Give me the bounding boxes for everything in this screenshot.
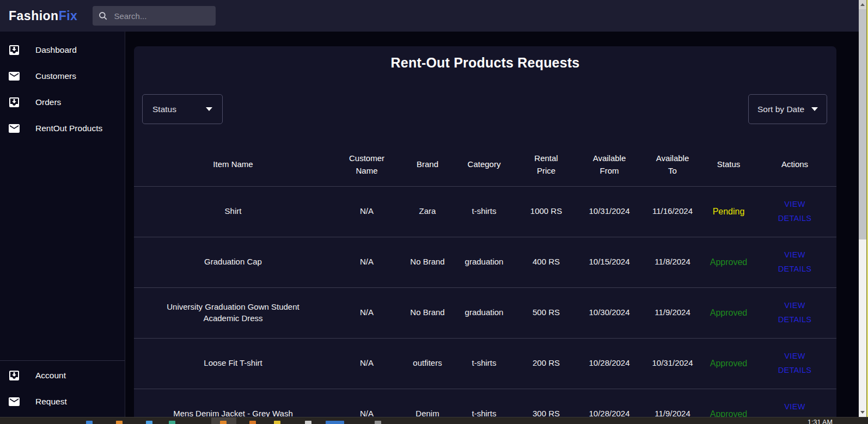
customer-name-cell: N/A — [332, 338, 401, 389]
view-details-button[interactable]: VIEW DETAILS — [770, 298, 820, 327]
search-box[interactable] — [93, 6, 216, 26]
sort-by-date-label: Sort by Date — [757, 105, 804, 114]
inbox-icon — [8, 369, 21, 382]
sidebar-item-orders[interactable]: Orders — [0, 89, 125, 115]
mail-icon — [8, 70, 21, 83]
taskbar-app-icon[interactable] — [305, 421, 311, 424]
sidebar-item-customers[interactable]: Customers — [0, 63, 125, 89]
scrollbar-down-button[interactable] — [859, 408, 866, 417]
column-header-customer-name: Customer Name — [332, 143, 401, 186]
item-name-cell: Graduation Cap — [134, 237, 332, 287]
status-filter-select[interactable]: Status — [142, 94, 223, 124]
sidebar-item-label: Customers — [35, 71, 76, 81]
content-card: Rent-Out Products Requests Status Sort b… — [134, 46, 836, 424]
available-to-cell: 10/31/2024 — [641, 338, 704, 389]
sidebar-item-rentout-products[interactable]: RentOut Products — [0, 115, 125, 141]
view-details-button[interactable]: VIEW DETAILS — [770, 349, 820, 378]
actions-cell: VIEW DETAILS — [753, 237, 836, 287]
scrollbar-up-button[interactable] — [859, 0, 866, 9]
sidebar-item-label: Account — [35, 371, 66, 380]
filters-row: Status Sort by Date — [134, 71, 836, 143]
column-header-item-name: Item Name — [134, 143, 332, 186]
search-input[interactable] — [113, 11, 223, 21]
mail-icon — [8, 395, 21, 408]
brand-logo: FashionFix — [9, 9, 77, 23]
table-row: Loose Fit T-shirt N/A outfiters t-shirts… — [134, 338, 836, 389]
table-header-row: Item Name Customer Name Brand Category R… — [134, 143, 836, 186]
rental-price-cell: 200 RS — [515, 338, 578, 389]
column-header-category: Category — [454, 143, 515, 186]
taskbar-app-icon[interactable] — [86, 421, 93, 424]
screen: FashionFix Dashboard Customers Orders Re… — [0, 0, 868, 424]
scrollbar-thumb[interactable] — [859, 9, 866, 239]
customer-name-cell: N/A — [332, 237, 401, 287]
taskbar-app-icon[interactable] — [116, 421, 123, 424]
item-name-cell: Shirt — [134, 186, 332, 237]
brand-cell: outfiters — [401, 338, 454, 389]
sidebar-item-label: Dashboard — [35, 45, 77, 55]
taskbar-app-icon[interactable] — [274, 421, 280, 424]
rental-price-cell: 1000 RS — [515, 186, 578, 237]
taskbar-app-icon[interactable] — [220, 421, 227, 424]
taskbar-app-icon[interactable] — [146, 421, 152, 424]
status-badge: Approved — [710, 257, 748, 267]
item-name-cell: University Graduation Gown Student Acade… — [134, 287, 332, 338]
view-details-button[interactable]: VIEW DETAILS — [770, 197, 820, 226]
available-from-cell: 10/30/2024 — [578, 287, 641, 338]
taskbar-app-icon[interactable] — [249, 421, 256, 424]
table-row: University Graduation Gown Student Acade… — [134, 287, 836, 338]
category-cell: graduation — [454, 287, 515, 338]
status-badge: Approved — [710, 308, 748, 317]
actions-cell: VIEW DETAILS — [753, 287, 836, 338]
status-filter-label: Status — [152, 105, 176, 114]
status-cell: Approved — [704, 338, 753, 389]
sort-by-date-select[interactable]: Sort by Date — [748, 94, 827, 124]
status-cell: Pending — [704, 186, 753, 237]
taskbar-app-icon[interactable] — [169, 421, 175, 424]
chevron-down-icon — [811, 107, 818, 111]
taskbar[interactable]: 1:31 AM — [0, 417, 868, 424]
category-cell: graduation — [454, 237, 515, 287]
view-details-button[interactable]: VIEW DETAILS — [770, 248, 820, 276]
rental-price-cell: 500 RS — [515, 287, 578, 338]
sidebar-item-label: Request — [35, 397, 67, 407]
available-to-cell: 11/9/2024 — [641, 287, 704, 338]
category-cell: t-shirts — [454, 186, 515, 237]
status-cell: Approved — [704, 237, 753, 287]
sidebar-item-account[interactable]: Account — [0, 362, 125, 388]
status-cell: Approved — [704, 287, 753, 338]
table-row: Shirt N/A Zara t-shirts 1000 RS 10/31/20… — [134, 186, 836, 237]
requests-table: Item Name Customer Name Brand Category R… — [134, 143, 836, 424]
chevron-down-icon — [206, 107, 212, 111]
top-bar: FashionFix — [0, 0, 868, 32]
taskbar-app-icon[interactable] — [375, 421, 381, 424]
brand-cell: Zara — [401, 186, 454, 237]
sidebar-item-label: Orders — [35, 97, 61, 107]
vertical-scrollbar[interactable] — [859, 0, 866, 417]
mail-icon — [8, 122, 21, 135]
search-icon — [98, 11, 108, 21]
available-to-cell: 11/8/2024 — [641, 237, 704, 287]
rental-price-cell: 400 RS — [515, 237, 578, 287]
taskbar-app-icon[interactable] — [326, 421, 344, 424]
available-from-cell: 10/28/2024 — [578, 338, 641, 389]
sidebar-item-request[interactable]: Request — [0, 389, 125, 414]
available-from-cell: 10/31/2024 — [578, 186, 641, 237]
brand-part2: Fix — [59, 9, 78, 23]
sidebar-item-dashboard[interactable]: Dashboard — [0, 37, 125, 63]
status-badge: Approved — [710, 359, 748, 368]
column-header-available-to: Available To — [641, 143, 704, 186]
customer-name-cell: N/A — [332, 287, 401, 338]
sidebar-divider — [0, 360, 125, 361]
column-header-brand: Brand — [401, 143, 454, 186]
brand-part1: Fashion — [9, 9, 59, 23]
column-header-actions: Actions — [753, 143, 836, 186]
customer-name-cell: N/A — [332, 186, 401, 237]
arrow-down-icon — [860, 411, 865, 414]
column-header-available-from: Available From — [578, 143, 641, 186]
sidebar: Dashboard Customers Orders RentOut Produ… — [0, 32, 125, 417]
actions-cell: VIEW DETAILS — [753, 338, 836, 389]
brand-cell: No Brand — [401, 237, 454, 287]
brand-cell: No Brand — [401, 287, 454, 338]
category-cell: t-shirts — [454, 338, 515, 389]
